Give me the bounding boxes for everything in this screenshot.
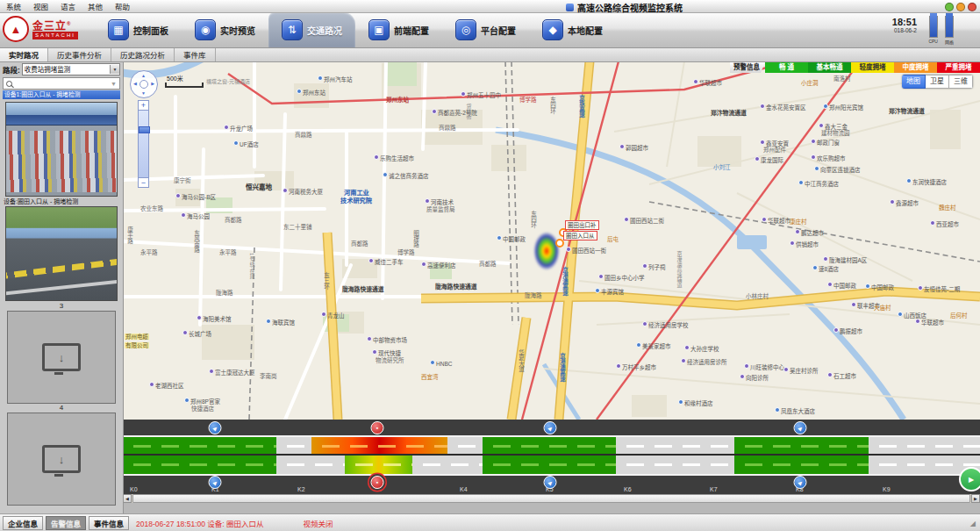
- status-tab-button[interactable]: 告警信息: [46, 516, 86, 530]
- camera-icon[interactable]: [544, 476, 557, 489]
- zoom-slider-handle[interactable]: [139, 126, 150, 133]
- map-label: 河南税务大厦: [283, 188, 323, 195]
- window-title-area: 高速公路综合视频监控系统: [566, 1, 683, 14]
- map-label: 凤凰东大酒店: [775, 407, 815, 414]
- window-control-button[interactable]: [956, 3, 965, 11]
- toolbar: ▲ 金三立® SANTACHI ▦ 控制面板 ◉ 实时预览 ⇅ 交通路况 ▣: [0, 12, 980, 48]
- toolbar-button-label: 交通路况: [307, 24, 342, 37]
- map-marker-label-entrance[interactable]: 圈田入口从: [563, 231, 597, 240]
- zoom-slider[interactable]: [138, 111, 149, 177]
- menu-item[interactable]: 视图: [27, 1, 54, 11]
- map-view-button[interactable]: 卫星: [926, 75, 949, 89]
- menu-item[interactable]: 其他: [82, 1, 109, 11]
- map-label: 列子祠: [642, 263, 666, 270]
- tab[interactable]: 历史事件分析: [48, 47, 111, 61]
- status-tab-button[interactable]: 企业信息: [3, 516, 43, 530]
- camera-icon[interactable]: [371, 421, 384, 434]
- map-label: 向童区连锁酒店: [814, 166, 861, 173]
- pan-left-icon[interactable]: ◀: [133, 81, 137, 86]
- event-message: 2018-06-27 18:51:00 设备: 圈田入口从: [136, 518, 264, 528]
- map-label: 快捷酒店: [191, 405, 214, 412]
- map-label: 石工超市: [827, 372, 856, 379]
- scrollbar-thumb[interactable]: [132, 494, 970, 503]
- road-condition-strip: K0K1K2K3K4K5K6K7K8K9 ◀ ▶: [123, 420, 980, 503]
- tab[interactable]: 事件库: [175, 47, 216, 61]
- kilometer-marker: K4: [460, 486, 468, 492]
- map-label: 诚之信商务酒店: [383, 172, 429, 179]
- legend-chip: 严重拥堵: [937, 62, 980, 73]
- camera-icon[interactable]: [794, 421, 807, 434]
- road-section-label: 路段:: [3, 64, 20, 75]
- menu-item[interactable]: 系统: [0, 1, 27, 11]
- map-label: 中国邮政: [497, 235, 526, 242]
- menu-item[interactable]: 语言: [54, 1, 82, 11]
- camera-video-thumbnail-1[interactable]: [5, 102, 118, 197]
- map-label: 青龙山: [321, 312, 345, 319]
- map-label: 陇海路: [525, 292, 542, 298]
- map-view-button[interactable]: 地图: [902, 75, 926, 89]
- toolbar-button-icon: ▦: [108, 19, 129, 40]
- map-label: 吴庄村诊所: [783, 367, 819, 374]
- camera-icon[interactable]: [209, 421, 222, 434]
- pan-up-icon[interactable]: ▲: [141, 73, 146, 78]
- toolbar-button[interactable]: ◉ 实时预览: [182, 12, 268, 47]
- brand-logo: ▲ 金三立® SANTACHI: [3, 16, 78, 42]
- toolbar-button-label: 前端配置: [394, 24, 429, 37]
- pan-right-icon[interactable]: ▶: [151, 81, 154, 86]
- map-label: 康庄村: [790, 219, 807, 225]
- camera-video-thumbnail-2[interactable]: [5, 206, 118, 301]
- map-label: 商鼎路: [439, 125, 456, 131]
- zoom-out-button[interactable]: −: [138, 177, 149, 188]
- scroll-left-button[interactable]: ◀: [123, 494, 132, 503]
- map-label: 老湖西社区: [149, 382, 184, 389]
- toolbar-button[interactable]: ⇅ 交通路况: [268, 12, 355, 47]
- toolbar-button[interactable]: ▣ 前端配置: [355, 12, 442, 47]
- filter-icon[interactable]: ▼: [111, 81, 117, 87]
- legend-chip: 中度拥堵: [894, 62, 937, 73]
- map-label: 华联超市: [762, 217, 790, 224]
- map-view-button[interactable]: 三维: [949, 75, 973, 89]
- meter-label: CPU: [928, 39, 938, 44]
- camera-icon[interactable]: [794, 476, 807, 489]
- toolbar-button-label: 本地配置: [568, 24, 603, 37]
- map-label: 海联宾馆: [266, 319, 295, 326]
- pan-down-icon[interactable]: ▼: [141, 90, 146, 96]
- strip-expand-button[interactable]: ▶: [959, 467, 980, 492]
- warning-legend-title: 预警信息: [730, 62, 765, 73]
- toolbar-button[interactable]: ◎ 平台配置: [442, 12, 529, 47]
- menu-item[interactable]: 帮助: [109, 1, 136, 11]
- camera-icon[interactable]: [371, 476, 384, 489]
- road-section-select[interactable]: 收费站拥堵监测 ▼: [22, 63, 120, 75]
- placeholder-number: 4: [0, 404, 123, 412]
- event-message-detail: 视频关闭: [304, 518, 333, 528]
- window-control-button[interactable]: [945, 3, 954, 11]
- status-tab-button[interactable]: 事件信息: [89, 516, 129, 530]
- video-slot-3[interactable]: ↓: [7, 311, 116, 404]
- map-pan-control[interactable]: ▲ ▼ ◀ ▶: [130, 70, 158, 98]
- traffic-map[interactable]: 郑州汽车站郑州东站郑州东站郑州五十四中博学路商鼎路商鼎路升龙广场UF酒店商都嘉苑…: [123, 61, 980, 420]
- map-label: 南洛村: [833, 75, 851, 82]
- map-label: 圃田西站一街: [566, 247, 606, 254]
- toolbar-button[interactable]: ▦ 控制面板: [95, 12, 182, 47]
- device-search-input[interactable]: ▼: [3, 77, 120, 90]
- strip-scrollbar[interactable]: ◀ ▶: [123, 494, 980, 503]
- map-label: 商都路: [479, 261, 497, 267]
- lane-segment: [734, 456, 869, 474]
- window-control-button[interactable]: [968, 3, 976, 11]
- map-label: 永平路: [140, 249, 158, 255]
- scroll-right-button[interactable]: ▶: [971, 494, 980, 503]
- toolbar-button-label: 平台配置: [481, 24, 516, 37]
- map-marker-label-exit[interactable]: 圈田出口补: [565, 220, 599, 230]
- map-label: 1号线-在建: [248, 253, 254, 278]
- toolbar-button-label: 控制面板: [133, 24, 168, 37]
- zoom-in-button[interactable]: +: [138, 100, 149, 111]
- device-list-item-selected[interactable]: 设备1:圈田入口从 - 拥堵检测: [3, 90, 120, 99]
- toolbar-button[interactable]: ◆ 本地配置: [529, 12, 616, 47]
- map-label: 鑫源超市: [890, 199, 919, 206]
- map-label: 小林庄村: [746, 293, 769, 299]
- tab[interactable]: 历史路况分析: [111, 47, 175, 61]
- camera-icon[interactable]: [544, 421, 557, 434]
- tab[interactable]: 实时路况: [0, 47, 48, 61]
- camera-icon[interactable]: [209, 476, 222, 489]
- video-slot-4[interactable]: ↓: [7, 413, 116, 506]
